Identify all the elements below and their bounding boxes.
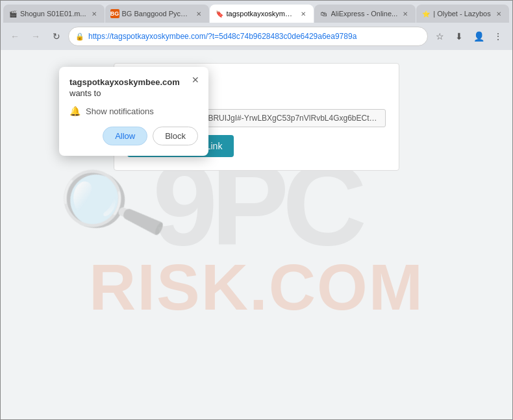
block-button[interactable]: Block	[153, 127, 198, 145]
tab-favicon-olybet: ⭐	[421, 9, 431, 18]
tab-title-aliexpress: AliExpress - Online...	[331, 10, 398, 18]
download-button[interactable]: ⬇	[450, 27, 468, 45]
tab-title-shogun: Shogun S01E01.m...	[20, 10, 86, 18]
tab-aliexpress[interactable]: 🛍 AliExpress - Online... ✕	[314, 5, 416, 23]
reload-button[interactable]: ↻	[47, 27, 66, 45]
tab-favicon-tagspotkay: 🔖	[215, 9, 224, 18]
toolbar-actions: ☆ ⬇ 👤 ⋮	[431, 27, 507, 45]
address-text: https://tagspotkayxoskymbee.com/?t=5d48c…	[88, 32, 421, 41]
tab-favicon-banggood: BG	[110, 9, 119, 18]
permission-popup: ✕ tagspotkayxoskymbee.com wants to 🔔 Sho…	[59, 67, 208, 156]
popup-wants-label: wants to	[69, 88, 198, 98]
tab-title-olybet: | Olybet - Lazybos	[433, 10, 490, 18]
tab-close-banggood[interactable]: ✕	[194, 8, 204, 19]
popup-permission-row: 🔔 Show notifications	[69, 106, 198, 116]
bookmark-button[interactable]: ☆	[431, 27, 449, 45]
forward-button[interactable]: →	[27, 27, 45, 45]
page-content: 🔍 9PC RISK.COM y... browser https://mega…	[1, 50, 512, 419]
popup-close-button[interactable]: ✕	[189, 73, 202, 86]
watermark-risk-text: RISK.COM	[89, 249, 424, 324]
tab-tagspotkay[interactable]: 🔖 tagspotkayxoskymbee... ✕	[210, 5, 314, 23]
tab-close-olybet[interactable]: ✕	[494, 8, 504, 19]
toolbar: ← → ↻ 🔒 https://tagspotkayxoskymbee.com/…	[1, 23, 512, 50]
popup-site-name: tagspotkayxoskymbee.com	[69, 77, 198, 87]
profile-button[interactable]: 👤	[469, 27, 488, 45]
tab-shogun[interactable]: 🎬 Shogun S01E01.m... ✕	[3, 5, 105, 23]
watermark-bg: 9PC RISK.COM	[89, 145, 424, 324]
browser-window: 🎬 Shogun S01E01.m... ✕ BG BG Banggood Ру…	[0, 0, 513, 420]
bell-icon: 🔔	[69, 106, 81, 116]
menu-button[interactable]: ⋮	[489, 27, 507, 45]
popup-permission-text: Show notifications	[86, 106, 154, 116]
tab-close-shogun[interactable]: ✕	[89, 8, 99, 19]
tab-title-tagspotkay: tagspotkayxoskymbee...	[227, 10, 295, 18]
tab-close-aliexpress[interactable]: ✕	[400, 8, 410, 19]
back-button[interactable]: ←	[6, 27, 24, 45]
tabs-area: 🎬 Shogun S01E01.m... ✕ BG BG Banggood Ру…	[3, 1, 513, 23]
tab-olybet[interactable]: ⭐ | Olybet - Lazybos ✕	[416, 5, 508, 23]
tab-banggood[interactable]: BG BG Banggood Русско... ✕	[105, 5, 209, 23]
tab-close-tagspotkay[interactable]: ✕	[298, 8, 308, 19]
tab-favicon-aliexpress: 🛍	[319, 9, 329, 18]
title-bar: 🎬 Shogun S01E01.m... ✕ BG BG Banggood Ру…	[1, 1, 512, 23]
allow-button[interactable]: Allow	[103, 127, 147, 145]
security-icon: 🔒	[75, 32, 84, 41]
popup-actions: Allow Block	[69, 127, 198, 145]
tab-favicon-shogun: 🎬	[8, 9, 18, 18]
address-bar[interactable]: 🔒 https://tagspotkayxoskymbee.com/?t=5d4…	[68, 27, 428, 46]
tab-title-banggood: BG Banggood Русско...	[122, 10, 191, 18]
